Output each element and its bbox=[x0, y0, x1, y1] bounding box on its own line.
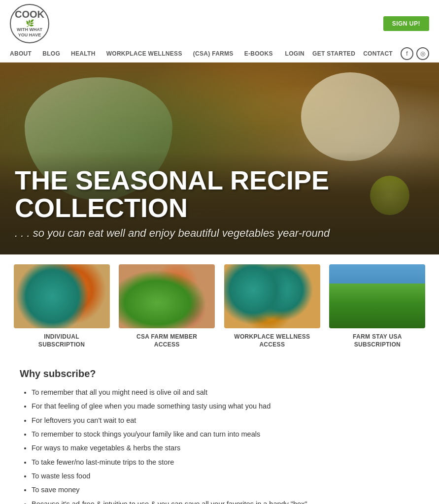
facebook-icon[interactable]: f bbox=[401, 47, 413, 60]
why-subscribe-title: Why subscribe? bbox=[20, 368, 419, 379]
nav-workplace-wellness[interactable]: WORKPLACE WELLNESS bbox=[106, 50, 182, 57]
card-farmstay-label: FARM STAY USA SUBSCRIPTION bbox=[353, 333, 402, 348]
nav-blog[interactable]: BLOG bbox=[42, 50, 60, 57]
why-subscribe-section: Why subscribe? To remember that all you … bbox=[0, 353, 439, 504]
hero-title: THE SEASONAL RECIPE COLLECTION bbox=[15, 166, 424, 222]
main-nav: ABOUT BLOG HEALTH WORKPLACE WELLNESS (CS… bbox=[0, 45, 439, 63]
nav-csa-farms[interactable]: (CSA) FARMS bbox=[193, 50, 234, 57]
list-item: For that feeling of glee when you made s… bbox=[32, 401, 419, 411]
header-top: COOK 🌿 WITH WHATYOU HAVE SIGN UP! bbox=[0, 0, 439, 45]
hero-section: THE SEASONAL RECIPE COLLECTION . . . so … bbox=[0, 63, 439, 254]
list-item: To waste less food bbox=[32, 471, 419, 481]
card-individual-image bbox=[14, 264, 110, 328]
why-subscribe-list: To remember that all you might need is o… bbox=[20, 387, 419, 504]
hero-rice-bowl-decoration bbox=[301, 72, 400, 161]
card-individual-label: INDIVIDUAL SUBSCRIPTION bbox=[38, 333, 85, 348]
card-farmstay-image bbox=[329, 264, 425, 328]
nav-health[interactable]: HEALTH bbox=[71, 50, 96, 57]
list-item: To remember that all you might need is o… bbox=[32, 387, 419, 397]
list-item: To take fewer/no last-minute trips to th… bbox=[32, 457, 419, 467]
subscription-cards: INDIVIDUAL SUBSCRIPTION CSA FARM MEMBER … bbox=[0, 254, 439, 353]
card-workplace[interactable]: WORKPLACE WELLNESS ACCESS bbox=[220, 264, 324, 348]
list-item: To remember to stock things you/your fam… bbox=[32, 429, 419, 439]
list-item: To save money bbox=[32, 485, 419, 495]
nav-left: ABOUT BLOG HEALTH WORKPLACE WELLNESS (CS… bbox=[10, 50, 273, 57]
logo-leaf-icon: 🌿 bbox=[26, 19, 34, 27]
instagram-icon[interactable]: ◎ bbox=[416, 47, 429, 60]
nav-contact[interactable]: CONTACT bbox=[363, 50, 393, 57]
list-item: For leftovers you can't wait to eat bbox=[32, 415, 419, 425]
card-csa[interactable]: CSA FARM MEMBER ACCESS bbox=[115, 264, 219, 348]
hero-subtitle: . . . so you can eat well and enjoy beau… bbox=[15, 227, 424, 240]
social-icons: f ◎ bbox=[401, 47, 429, 60]
logo-cook-text: COOK bbox=[15, 9, 44, 19]
nav-login[interactable]: LOGIN bbox=[285, 50, 305, 57]
nav-ebooks[interactable]: E-BOOKS bbox=[244, 50, 273, 57]
list-item: Because it's ad-free & intuitive to use … bbox=[32, 499, 419, 504]
card-workplace-image bbox=[224, 264, 320, 328]
hero-overlay: THE SEASONAL RECIPE COLLECTION . . . so … bbox=[0, 152, 439, 254]
card-farmstay[interactable]: FARM STAY USA SUBSCRIPTION bbox=[326, 264, 429, 348]
card-csa-image bbox=[119, 264, 215, 328]
card-workplace-label: WORKPLACE WELLNESS ACCESS bbox=[234, 333, 310, 348]
logo-area: COOK 🌿 WITH WHATYOU HAVE bbox=[10, 4, 49, 43]
logo-subtext: WITH WHATYOU HAVE bbox=[17, 27, 42, 38]
nav-right: LOGIN GET STARTED CONTACT f ◎ bbox=[285, 47, 429, 60]
card-individual[interactable]: INDIVIDUAL SUBSCRIPTION bbox=[10, 264, 113, 348]
nav-get-started[interactable]: GET STARTED bbox=[312, 50, 355, 57]
nav-about[interactable]: ABOUT bbox=[10, 50, 32, 57]
card-csa-label: CSA FARM MEMBER ACCESS bbox=[136, 333, 197, 348]
list-item: For ways to make vegetables & herbs the … bbox=[32, 443, 419, 453]
logo[interactable]: COOK 🌿 WITH WHATYOU HAVE bbox=[10, 4, 49, 43]
signup-button[interactable]: SIGN UP! bbox=[383, 16, 429, 31]
